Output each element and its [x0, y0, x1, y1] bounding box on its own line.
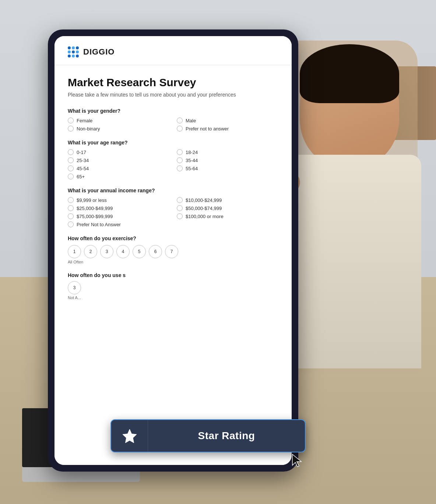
radio-100000-circle[interactable]: [177, 213, 183, 219]
partial-scale-label: Not A...: [68, 295, 278, 300]
logo-dot-7: [68, 55, 71, 57]
form-header: DIGGIO: [54, 36, 292, 65]
scale-7[interactable]: 7: [165, 245, 178, 258]
survey-subtitle: Please take a few minutes to tell us mor…: [68, 92, 278, 98]
question-exercise: How often do you exercise? 1 2 3 4 5 6 7…: [68, 235, 278, 264]
age-options: 0-17 18-24 25-34 35-44: [68, 149, 278, 179]
radio-male[interactable]: Male: [177, 118, 278, 123]
radio-0-17-circle[interactable]: [68, 149, 74, 155]
radio-male-circle[interactable]: [177, 118, 183, 123]
radio-25000-49999[interactable]: $25,000-$49,999: [68, 205, 169, 211]
logo-dot-2: [72, 46, 75, 49]
logo-dot-4: [68, 50, 71, 53]
radio-female-label: Female: [77, 118, 92, 123]
radio-18-24[interactable]: 18-24: [177, 149, 278, 155]
survey-title: Market Research Survey: [68, 76, 278, 89]
survey-form: DIGGIO Market Research Survey Please tak…: [54, 36, 292, 465]
radio-10000-circle[interactable]: [177, 197, 183, 203]
radio-65plus[interactable]: 65+: [68, 174, 169, 179]
radio-prefer-income-circle[interactable]: [68, 221, 74, 227]
logo-dot-3: [76, 46, 79, 49]
radio-55-64-circle[interactable]: [177, 165, 183, 171]
logo-text: DIGGIO: [83, 47, 115, 57]
star-rating-label: Star Rating: [148, 430, 305, 442]
scale-row: 1 2 3 4 5 6 7: [68, 245, 278, 258]
scale-5[interactable]: 5: [133, 245, 146, 258]
question-income-label: What is your annual income range?: [68, 188, 278, 193]
tablet-screen: DIGGIO Market Research Survey Please tak…: [54, 36, 292, 465]
question-age: What is your age range? 0-17 18-24 25: [68, 140, 278, 179]
radio-18-24-circle[interactable]: [177, 149, 183, 155]
person-body: [281, 155, 421, 368]
radio-25-34-label: 25-34: [77, 158, 89, 163]
scale-3[interactable]: 3: [100, 245, 113, 258]
radio-100000[interactable]: $100,000 or more: [177, 213, 278, 219]
radio-25000-label: $25,000-$49,999: [77, 206, 113, 211]
question-partial: How often do you use s 3 Not A...: [68, 272, 278, 300]
radio-female-circle[interactable]: [68, 118, 74, 123]
logo-dot-1: [68, 46, 71, 49]
radio-0-17-label: 0-17: [77, 150, 86, 155]
income-options: $9,999 or less $10,000-$24,999 $25,000-$…: [68, 197, 278, 227]
radio-75000-circle[interactable]: [68, 213, 74, 219]
radio-9999-circle[interactable]: [68, 197, 74, 203]
radio-25-34[interactable]: 25-34: [68, 157, 169, 163]
star-icon: [122, 428, 138, 444]
radio-0-17[interactable]: 0-17: [68, 149, 169, 155]
scale-sublabel: All Often: [68, 260, 278, 264]
star-rating-button[interactable]: Star Rating: [110, 419, 306, 452]
radio-male-label: Male: [186, 118, 196, 123]
radio-55-64[interactable]: 55-64: [177, 165, 278, 171]
form-body: Market Research Survey Please take a few…: [54, 65, 292, 319]
radio-75000-99999[interactable]: $75,000-$99,999: [68, 213, 169, 219]
radio-45-54-label: 45-54: [77, 166, 89, 171]
radio-female[interactable]: Female: [68, 118, 169, 123]
logo-dot-9: [76, 55, 79, 57]
logo-dot-6: [76, 50, 79, 53]
radio-10000-24999[interactable]: $10,000-$24,999: [177, 197, 278, 203]
star-icon-box: [111, 420, 148, 452]
question-gender: What is your gender? Female Male Non-: [68, 108, 278, 132]
radio-prefer-not-label: Prefer not to answer: [186, 126, 229, 132]
radio-prefer-income-label: Prefer Not to Answer: [77, 222, 121, 227]
radio-45-54[interactable]: 45-54: [68, 165, 169, 171]
question-age-label: What is your age range?: [68, 140, 278, 146]
scale-2[interactable]: 2: [84, 245, 97, 258]
radio-18-24-label: 18-24: [186, 150, 198, 155]
question-gender-label: What is your gender?: [68, 108, 278, 114]
logo-icon: [68, 46, 80, 57]
radio-35-44-circle[interactable]: [177, 157, 183, 163]
gender-options: Female Male Non-binary Prefer not t: [68, 118, 278, 132]
radio-45-54-circle[interactable]: [68, 165, 74, 171]
radio-10000-label: $10,000-$24,999: [186, 197, 222, 203]
radio-75000-label: $75,000-$99,999: [77, 214, 113, 219]
partial-question-label: How often do you use s: [68, 272, 278, 278]
partial-scale-row: 3: [68, 281, 278, 294]
logo-dot-8: [72, 55, 75, 57]
radio-50000-circle[interactable]: [177, 205, 183, 211]
question-exercise-label: How often do you exercise?: [68, 235, 278, 241]
tablet-device: DIGGIO Market Research Survey Please tak…: [48, 29, 298, 472]
cursor-arrow: [291, 453, 303, 469]
radio-25000-circle[interactable]: [68, 205, 74, 211]
radio-55-64-label: 55-64: [186, 166, 198, 171]
radio-100000-label: $100,000 or more: [186, 214, 224, 219]
radio-9999[interactable]: $9,999 or less: [68, 197, 169, 203]
radio-25-34-circle[interactable]: [68, 157, 74, 163]
radio-prefer-income[interactable]: Prefer Not to Answer: [68, 221, 169, 227]
scale-1[interactable]: 1: [68, 245, 81, 258]
person-hair: [300, 44, 399, 103]
radio-nonbinary[interactable]: Non-binary: [68, 126, 169, 132]
radio-prefer-not-circle[interactable]: [177, 126, 183, 132]
scale-6[interactable]: 6: [149, 245, 162, 258]
radio-prefer-not[interactable]: Prefer not to answer: [177, 126, 278, 132]
radio-nonbinary-circle[interactable]: [68, 126, 74, 132]
radio-35-44-label: 35-44: [186, 158, 198, 163]
partial-scale-3[interactable]: 3: [68, 281, 81, 294]
radio-35-44[interactable]: 35-44: [177, 157, 278, 163]
radio-nonbinary-label: Non-binary: [77, 126, 100, 132]
radio-50000-74999[interactable]: $50,000-$74,999: [177, 205, 278, 211]
scale-4[interactable]: 4: [116, 245, 130, 258]
radio-65plus-circle[interactable]: [68, 174, 74, 179]
logo-dot-5: [72, 50, 75, 53]
